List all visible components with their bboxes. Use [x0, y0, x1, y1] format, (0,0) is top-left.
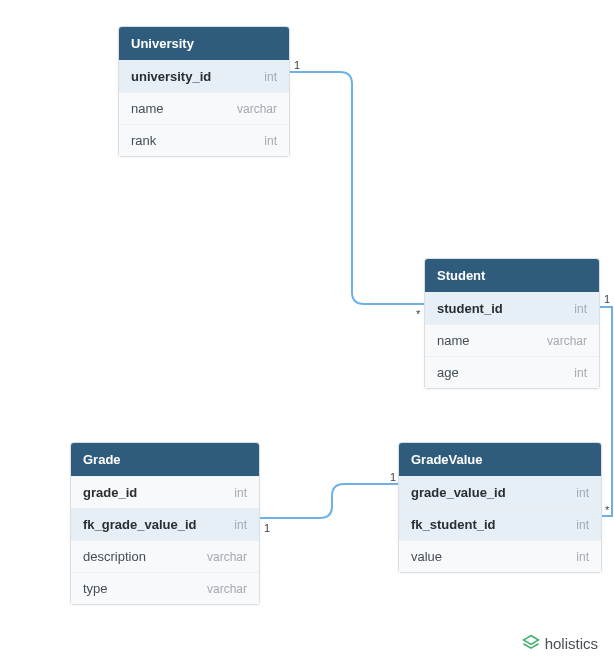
field-type: int: [576, 550, 589, 564]
entity-header: Grade: [71, 443, 259, 476]
field-type: int: [264, 134, 277, 148]
holistics-icon: [522, 634, 540, 652]
field-name: grade_value_id: [411, 485, 506, 500]
cardinality-label: 1: [294, 59, 300, 71]
field-row: age int: [425, 356, 599, 388]
field-name: name: [131, 101, 164, 116]
field-row: type varchar: [71, 572, 259, 604]
field-row: value int: [399, 540, 601, 572]
field-row: name varchar: [119, 92, 289, 124]
cardinality-label: 1: [604, 293, 610, 305]
entity-header: University: [119, 27, 289, 60]
field-row: fk_grade_value_id int: [71, 508, 259, 540]
field-name: grade_id: [83, 485, 137, 500]
cardinality-label: *: [416, 308, 420, 320]
field-row: fk_student_id int: [399, 508, 601, 540]
field-type: int: [576, 518, 589, 532]
cardinality-label: 1: [390, 471, 396, 483]
field-type: int: [576, 486, 589, 500]
field-name: university_id: [131, 69, 211, 84]
entity-university[interactable]: University university_id int name varcha…: [118, 26, 290, 157]
entity-student[interactable]: Student student_id int name varchar age …: [424, 258, 600, 389]
svg-marker-0: [523, 636, 538, 645]
field-type: int: [234, 486, 247, 500]
field-row: grade_value_id int: [399, 476, 601, 508]
field-row: student_id int: [425, 292, 599, 324]
field-name: fk_grade_value_id: [83, 517, 196, 532]
entity-header: Student: [425, 259, 599, 292]
field-name: type: [83, 581, 108, 596]
field-name: value: [411, 549, 442, 564]
field-row: university_id int: [119, 60, 289, 92]
field-type: varchar: [207, 550, 247, 564]
field-name: rank: [131, 133, 156, 148]
cardinality-label: *: [605, 504, 609, 516]
field-name: description: [83, 549, 146, 564]
field-row: name varchar: [425, 324, 599, 356]
entity-grade[interactable]: Grade grade_id int fk_grade_value_id int…: [70, 442, 260, 605]
brand-text: holistics: [545, 635, 598, 652]
entity-header: GradeValue: [399, 443, 601, 476]
field-type: varchar: [547, 334, 587, 348]
entity-gradevalue[interactable]: GradeValue grade_value_id int fk_student…: [398, 442, 602, 573]
field-type: int: [264, 70, 277, 84]
field-type: int: [574, 366, 587, 380]
brand-logo: holistics: [522, 634, 598, 652]
field-name: name: [437, 333, 470, 348]
field-row: rank int: [119, 124, 289, 156]
cardinality-label: 1: [264, 522, 270, 534]
field-name: student_id: [437, 301, 503, 316]
field-row: grade_id int: [71, 476, 259, 508]
field-name: fk_student_id: [411, 517, 496, 532]
field-type: int: [234, 518, 247, 532]
field-type: varchar: [237, 102, 277, 116]
field-type: int: [574, 302, 587, 316]
field-row: description varchar: [71, 540, 259, 572]
field-type: varchar: [207, 582, 247, 596]
field-name: age: [437, 365, 459, 380]
